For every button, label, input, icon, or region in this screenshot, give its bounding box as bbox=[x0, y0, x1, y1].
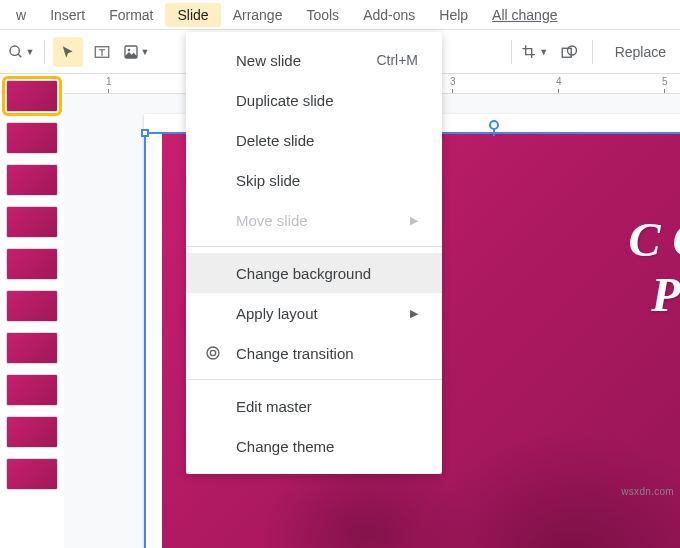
menu-change-background[interactable]: Change background bbox=[186, 253, 442, 293]
textbox-tool[interactable] bbox=[87, 37, 117, 67]
menu-item-label: Duplicate slide bbox=[236, 92, 334, 109]
menu-separator bbox=[186, 246, 442, 247]
svg-point-8 bbox=[210, 350, 215, 355]
rotate-handle[interactable] bbox=[489, 120, 499, 130]
menu-item-label: Edit master bbox=[236, 398, 312, 415]
rotate-line bbox=[493, 130, 495, 136]
menu-move-slide: Move slide ▶ bbox=[186, 200, 442, 240]
caret-down-icon: ▼ bbox=[26, 47, 35, 57]
menu-change-theme[interactable]: Change theme bbox=[186, 426, 442, 466]
ruler-tick-label: 1 bbox=[106, 76, 112, 87]
svg-line-1 bbox=[18, 54, 21, 57]
submenu-arrow-icon: ▶ bbox=[410, 307, 418, 320]
svg-point-4 bbox=[127, 48, 130, 51]
thumbnail-9[interactable] bbox=[6, 416, 58, 448]
image-tool[interactable]: ▼ bbox=[121, 37, 151, 67]
menu-apply-layout[interactable]: Apply layout ▶ bbox=[186, 293, 442, 333]
menu-item-label: Delete slide bbox=[236, 132, 314, 149]
menu-item-tools[interactable]: Tools bbox=[294, 3, 351, 27]
menu-new-slide[interactable]: New slide Ctrl+M bbox=[186, 40, 442, 80]
thumbnail-5[interactable] bbox=[6, 248, 58, 280]
menu-item-label: Change transition bbox=[236, 345, 354, 362]
svg-point-7 bbox=[207, 347, 219, 359]
caret-down-icon: ▼ bbox=[141, 47, 150, 57]
menu-item-label: Change theme bbox=[236, 438, 334, 455]
crop-tool[interactable]: ▼ bbox=[520, 37, 550, 67]
menu-item-format[interactable]: Format bbox=[97, 3, 165, 27]
thumbnail-10[interactable] bbox=[6, 458, 58, 490]
separator bbox=[511, 40, 512, 64]
ruler-tick-label: 5 bbox=[662, 76, 668, 87]
ruler-tick-label: 4 bbox=[556, 76, 562, 87]
thumbnail-1[interactable] bbox=[6, 80, 58, 112]
svg-point-6 bbox=[567, 46, 576, 55]
menu-shortcut: Ctrl+M bbox=[376, 52, 418, 68]
menu-item-insert[interactable]: Insert bbox=[38, 3, 97, 27]
svg-point-0 bbox=[10, 46, 19, 55]
menu-item-view[interactable]: w bbox=[4, 3, 38, 27]
separator bbox=[592, 40, 593, 64]
menu-edit-master[interactable]: Edit master bbox=[186, 386, 442, 426]
menu-item-label: Skip slide bbox=[236, 172, 300, 189]
all-changes-link[interactable]: All change bbox=[492, 7, 557, 23]
svg-rect-5 bbox=[562, 48, 571, 57]
menu-item-label: Move slide bbox=[236, 212, 308, 229]
thumbnail-4[interactable] bbox=[6, 206, 58, 238]
menu-skip-slide[interactable]: Skip slide bbox=[186, 160, 442, 200]
ruler-tick-label: 3 bbox=[450, 76, 456, 87]
thumbnail-6[interactable] bbox=[6, 290, 58, 322]
submenu-arrow-icon: ▶ bbox=[410, 214, 418, 227]
menu-item-addons[interactable]: Add-ons bbox=[351, 3, 427, 27]
resize-handle-top-left[interactable] bbox=[141, 129, 149, 137]
menu-change-transition[interactable]: Change transition bbox=[186, 333, 442, 373]
menu-item-label: Change background bbox=[236, 265, 371, 282]
slide-thumbnails bbox=[0, 74, 64, 548]
thumbnail-8[interactable] bbox=[6, 374, 58, 406]
watermark: wsxdn.com bbox=[621, 486, 674, 497]
menu-item-help[interactable]: Help bbox=[427, 3, 480, 27]
menu-delete-slide[interactable]: Delete slide bbox=[186, 120, 442, 160]
menu-item-label: New slide bbox=[236, 52, 301, 69]
menu-item-arrange[interactable]: Arrange bbox=[221, 3, 295, 27]
menu-item-label: Apply layout bbox=[236, 305, 318, 322]
zoom-button[interactable]: ▼ bbox=[6, 37, 36, 67]
replace-button[interactable]: Replace bbox=[607, 40, 674, 64]
menu-duplicate-slide[interactable]: Duplicate slide bbox=[186, 80, 442, 120]
select-tool[interactable] bbox=[53, 37, 83, 67]
mask-tool[interactable] bbox=[554, 37, 584, 67]
separator bbox=[44, 40, 45, 64]
thumbnail-3[interactable] bbox=[6, 164, 58, 196]
slide-menu-dropdown: New slide Ctrl+M Duplicate slide Delete … bbox=[186, 32, 442, 474]
thumbnail-2[interactable] bbox=[6, 122, 58, 154]
menu-item-slide[interactable]: Slide bbox=[165, 3, 220, 27]
thumbnail-7[interactable] bbox=[6, 332, 58, 364]
transition-icon bbox=[204, 344, 222, 362]
menu-bar: w Insert Format Slide Arrange Tools Add-… bbox=[0, 0, 680, 30]
caret-down-icon: ▼ bbox=[539, 47, 548, 57]
menu-separator bbox=[186, 379, 442, 380]
